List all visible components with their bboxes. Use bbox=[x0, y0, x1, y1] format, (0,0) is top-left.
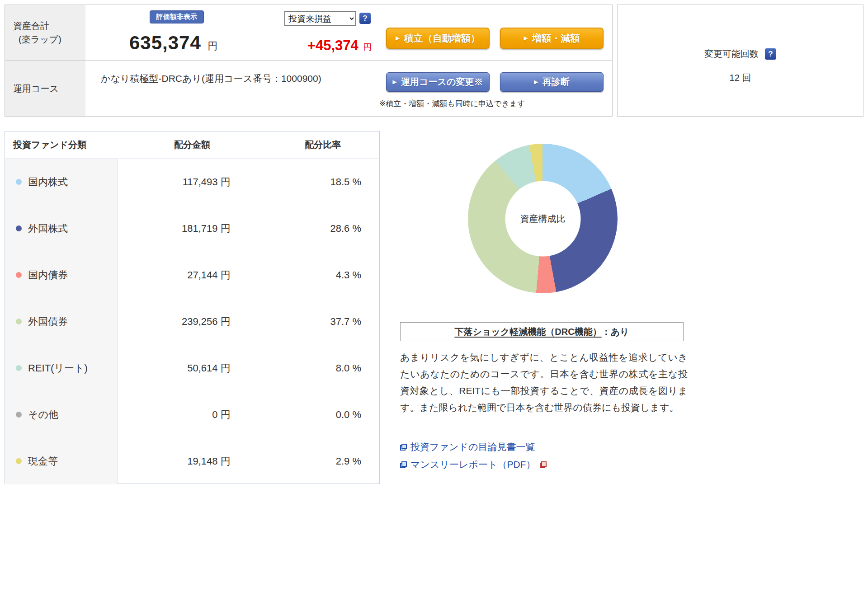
allocation-amount: 27,144 円 bbox=[118, 252, 266, 298]
total-amount-unit: 円 bbox=[208, 40, 217, 52]
table-row: 外国債券239,256 円37.7 % bbox=[5, 298, 379, 345]
table-row: 現金等19,148 円2.9 % bbox=[5, 438, 379, 484]
allocation-ratio: 8.0 % bbox=[267, 345, 379, 391]
table-row: その他0 円0.0 % bbox=[5, 391, 379, 438]
table-row: 外国株式181,719 円28.6 % bbox=[5, 205, 379, 252]
course-row: 運用コース かなり積極型-DRCあり(運用コース番号：1000900) ▶ 運用… bbox=[5, 61, 612, 116]
fund-category-cell: 国内債券 bbox=[5, 252, 118, 298]
fund-category-cell: その他 bbox=[5, 391, 118, 438]
table-header-row: 投資ファンド分類 配分金額 配分比率 bbox=[5, 131, 379, 159]
course-description: あまりリスクを気にしすぎずに、とことん収益性を追求していきたいあなたのためのコー… bbox=[400, 349, 688, 416]
drc-title: 下落ショック軽減機能（DRC機能） bbox=[454, 326, 601, 338]
help-icon[interactable]: ? bbox=[359, 13, 371, 24]
fund-category-label: 国内株式 bbox=[28, 176, 68, 188]
drc-title-suffix: ：あり bbox=[602, 326, 629, 338]
fund-category-cell: 外国債券 bbox=[5, 298, 118, 345]
change-limit-panel: 変更可能回数 ? 12 回 bbox=[617, 5, 863, 117]
allocation-table-panel: 投資ファンド分類 配分金額 配分比率 国内株式117,493 円18.5 %外国… bbox=[5, 131, 380, 484]
help-icon[interactable]: ? bbox=[765, 48, 776, 60]
change-course-button[interactable]: ▶ 運用コースの変更※ bbox=[386, 72, 490, 92]
allocation-ratio: 2.9 % bbox=[267, 438, 379, 484]
document-links: 投資ファンドの目論見書一覧 マンスリーレポート（PDF） bbox=[400, 441, 547, 471]
allocation-ratio: 18.5 % bbox=[267, 159, 379, 205]
arrow-right-icon: ▶ bbox=[393, 79, 396, 85]
legend-dot bbox=[16, 319, 22, 324]
prospectus-link[interactable]: 投資ファンドの目論見書一覧 bbox=[400, 441, 547, 453]
fund-category-label: 国内債券 bbox=[28, 269, 68, 281]
fund-category-cell: REIT(リート) bbox=[5, 345, 118, 391]
profit-loss-period-select[interactable]: 投資来損益 bbox=[284, 11, 356, 26]
legend-dot bbox=[16, 272, 22, 278]
pl-value: +45,374 bbox=[307, 38, 359, 53]
header-allocation-ratio: 配分比率 bbox=[267, 131, 379, 159]
asset-total-label: 資産合計 (楽ラップ) bbox=[5, 5, 85, 60]
header-fund-category: 投資ファンド分類 bbox=[5, 131, 118, 159]
profit-loss-amount: +45,374 円 bbox=[299, 38, 380, 54]
legend-dot bbox=[16, 365, 22, 371]
allocation-ratio: 0.0 % bbox=[267, 391, 379, 438]
course-row-label: 運用コース bbox=[5, 61, 85, 116]
simultaneous-application-note: ※積立・増額・減額も同時に申込できます bbox=[379, 99, 525, 109]
drc-feature-box: 下落ショック軽減機能（DRC機能） ：あり bbox=[400, 322, 684, 341]
change-limit-value: 12 回 bbox=[730, 72, 751, 84]
fund-category-cell: 外国株式 bbox=[5, 205, 118, 252]
arrow-right-icon: ▶ bbox=[534, 79, 538, 85]
total-amount-value: 635,374 bbox=[129, 32, 201, 53]
allocation-ratio: 37.7 % bbox=[267, 298, 379, 345]
legend-dot bbox=[16, 412, 22, 418]
allocation-ratio: 28.6 % bbox=[267, 205, 379, 252]
summary-panel: 資産合計 (楽ラップ) 評価額非表示 635,374 円 投資来損益 ? +45… bbox=[5, 5, 613, 117]
table-row: 国内債券27,144 円4.3 % bbox=[5, 252, 379, 298]
change-limit-label: 変更可能回数 bbox=[704, 48, 759, 60]
asset-composition-donut: 資産構成比 bbox=[468, 144, 618, 293]
allocation-table: 投資ファンド分類 配分金額 配分比率 国内株式117,493 円18.5 %外国… bbox=[5, 131, 379, 484]
allocation-amount: 0 円 bbox=[118, 391, 266, 438]
header-allocation-amount: 配分金額 bbox=[118, 131, 266, 159]
hide-valuation-button[interactable]: 評価額非表示 bbox=[150, 10, 204, 23]
donut-center-label: 資産構成比 bbox=[505, 181, 580, 256]
monthly-report-link[interactable]: マンスリーレポート（PDF） bbox=[400, 458, 547, 471]
arrow-right-icon: ▶ bbox=[396, 35, 399, 41]
fund-category-label: 現金等 bbox=[28, 455, 58, 467]
fund-category-cell: 現金等 bbox=[5, 438, 118, 484]
arrow-right-icon: ▶ bbox=[524, 35, 528, 41]
allocation-table-body: 国内株式117,493 円18.5 %外国株式181,719 円28.6 %国内… bbox=[5, 159, 379, 484]
allocation-amount: 19,148 円 bbox=[118, 438, 266, 484]
pdf-icon bbox=[540, 461, 547, 468]
allocation-ratio: 4.3 % bbox=[267, 252, 379, 298]
fund-category-label: その他 bbox=[28, 409, 58, 420]
pl-unit: 円 bbox=[363, 42, 372, 52]
total-asset-amount: 635,374 円 bbox=[129, 32, 217, 54]
legend-dot bbox=[16, 179, 22, 185]
asset-total-row: 資産合計 (楽ラップ) 評価額非表示 635,374 円 投資来損益 ? +45… bbox=[5, 5, 612, 61]
rediagnose-button[interactable]: ▶ 再診断 bbox=[500, 72, 604, 92]
fund-category-label: 外国債券 bbox=[28, 316, 68, 327]
increase-decrease-button[interactable]: ▶ 増額・減額 bbox=[500, 28, 604, 49]
new-window-icon bbox=[400, 444, 407, 451]
table-row: 国内株式117,493 円18.5 % bbox=[5, 159, 379, 205]
fund-category-cell: 国内株式 bbox=[5, 159, 118, 205]
tsumitate-button[interactable]: ▶ 積立（自動増額） bbox=[386, 28, 490, 49]
allocation-amount: 50,614 円 bbox=[118, 345, 266, 391]
course-name: かなり積極型-DRCあり(運用コース番号：1000900) bbox=[101, 61, 321, 97]
table-row: REIT(リート)50,614 円8.0 % bbox=[5, 345, 379, 391]
fund-category-label: 外国株式 bbox=[28, 223, 68, 234]
new-window-icon bbox=[400, 461, 407, 468]
allocation-amount: 239,256 円 bbox=[118, 298, 266, 345]
legend-dot bbox=[16, 225, 22, 231]
allocation-amount: 117,493 円 bbox=[118, 159, 266, 205]
legend-dot bbox=[16, 458, 22, 464]
fund-category-label: REIT(リート) bbox=[28, 362, 88, 374]
allocation-amount: 181,719 円 bbox=[118, 205, 266, 252]
